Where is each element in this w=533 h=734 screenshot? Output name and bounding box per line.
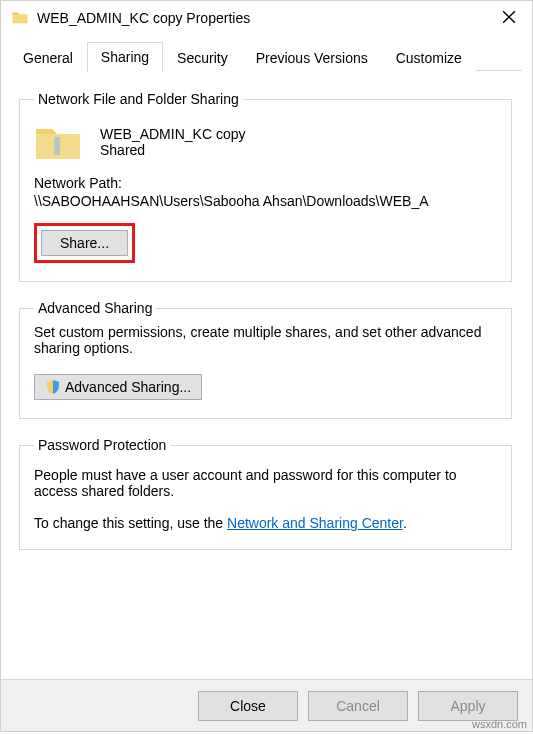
password-protection-group: Password Protection People must have a u… <box>19 437 512 550</box>
share-status: Shared <box>100 142 245 158</box>
sharing-panel: Network File and Folder Sharing WEB_ADMI… <box>9 71 522 679</box>
password-protection-change: To change this setting, use the Network … <box>34 515 497 531</box>
titlebar: WEB_ADMIN_KC copy Properties <box>1 1 532 35</box>
apply-button[interactable]: Apply <box>418 691 518 721</box>
content-area: General Sharing Security Previous Versio… <box>1 35 532 679</box>
network-sharing-group: Network File and Folder Sharing WEB_ADMI… <box>19 91 512 282</box>
tab-customize[interactable]: Customize <box>382 44 476 72</box>
network-sharing-center-link[interactable]: Network and Sharing Center <box>227 515 403 531</box>
share-button[interactable]: Share... <box>41 230 128 256</box>
advanced-sharing-button-label: Advanced Sharing... <box>65 379 191 395</box>
tab-general[interactable]: General <box>9 44 87 72</box>
advanced-sharing-desc: Set custom permissions, create multiple … <box>34 324 497 356</box>
network-path-label: Network Path: <box>34 175 497 191</box>
svg-rect-0 <box>54 137 60 155</box>
dialog-footer: Close Cancel Apply <box>1 679 532 731</box>
folder-name: WEB_ADMIN_KC copy <box>100 126 245 142</box>
advanced-sharing-button[interactable]: Advanced Sharing... <box>34 374 202 400</box>
share-button-highlight: Share... <box>34 223 135 263</box>
tab-strip: General Sharing Security Previous Versio… <box>9 43 522 71</box>
close-button[interactable]: Close <box>198 691 298 721</box>
network-path-value: \\SABOOHAAHSAN\Users\Sabooha Ahsan\Downl… <box>34 193 497 209</box>
properties-dialog: WEB_ADMIN_KC copy Properties General Sha… <box>0 0 533 732</box>
shield-icon <box>45 379 61 395</box>
watermark: wsxdn.com <box>472 718 527 730</box>
tab-previous-versions[interactable]: Previous Versions <box>242 44 382 72</box>
large-folder-icon <box>34 121 82 163</box>
window-title: WEB_ADMIN_KC copy Properties <box>37 10 496 26</box>
network-sharing-legend: Network File and Folder Sharing <box>34 91 243 107</box>
advanced-sharing-legend: Advanced Sharing <box>34 300 156 316</box>
password-protection-desc: People must have a user account and pass… <box>34 467 497 499</box>
advanced-sharing-group: Advanced Sharing Set custom permissions,… <box>19 300 512 419</box>
password-protection-legend: Password Protection <box>34 437 170 453</box>
tab-sharing[interactable]: Sharing <box>87 42 163 72</box>
folder-icon <box>11 9 29 27</box>
close-icon[interactable] <box>496 8 522 29</box>
tab-security[interactable]: Security <box>163 44 242 72</box>
cancel-button[interactable]: Cancel <box>308 691 408 721</box>
